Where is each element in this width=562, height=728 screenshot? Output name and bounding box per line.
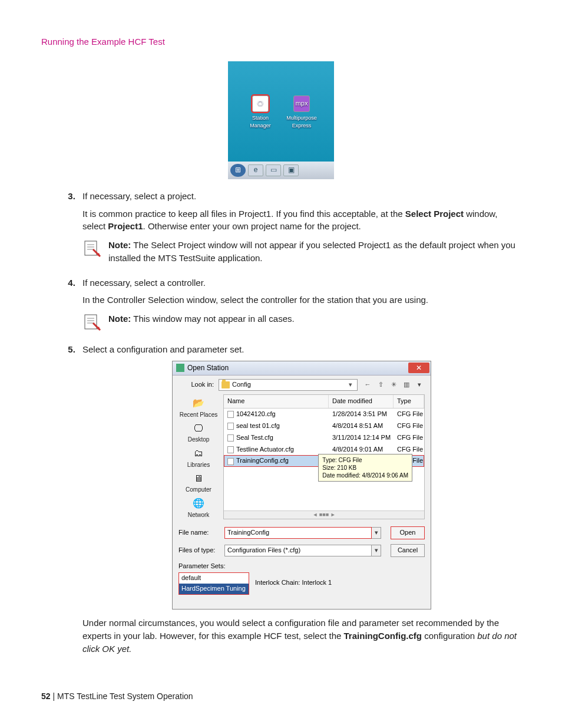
parameter-sets-list[interactable]: default HardSpecimen Tuning (178, 572, 249, 595)
chevron-down-icon[interactable]: ▾ (414, 380, 425, 390)
col-header-type[interactable]: Type (394, 395, 424, 408)
col-header-date[interactable]: Date modified (329, 395, 394, 408)
lookin-label: Look in: (178, 380, 214, 390)
place-desktop[interactable]: 🖵Desktop (188, 421, 210, 444)
lookin-dropdown[interactable]: Config ▾ (219, 379, 358, 391)
step-title: If necessary, select a project. (82, 191, 196, 201)
folder-icon (222, 381, 230, 388)
note-text: Note: This window may not appear in all … (108, 312, 295, 325)
start-button-icon[interactable]: ⊞ (230, 164, 246, 177)
file-icon (227, 411, 234, 418)
page-footer: 52 | MTS TestLine Test System Operation (41, 690, 521, 702)
place-libraries[interactable]: 🗂Libraries (187, 447, 210, 470)
computer-icon: 🖥 (190, 472, 207, 485)
note-icon (82, 239, 101, 258)
file-icon (227, 434, 234, 442)
nav-up-icon[interactable]: ⇧ (375, 380, 386, 390)
note-icon (82, 312, 101, 331)
chevron-down-icon[interactable]: ▾ (372, 527, 381, 539)
open-button[interactable]: Open (391, 526, 425, 539)
chevron-down-icon: ▾ (346, 380, 355, 390)
recent-places-icon: 📂 (190, 397, 207, 410)
place-recent[interactable]: 📂Recent Places (180, 397, 217, 420)
nav-back-icon[interactable]: ← (362, 380, 373, 390)
filename-label: File name: (178, 528, 220, 538)
note-block: Note: The Select Project window will not… (82, 239, 521, 265)
file-tooltip: Type: CFG File Size: 210 KB Date modifie… (318, 454, 412, 482)
horizontal-scrollbar[interactable]: ◄ ■■■ ► (224, 510, 424, 519)
parameter-sets-label: Parameter Sets: (178, 562, 425, 571)
step-title: If necessary, select a controller. (82, 278, 206, 288)
file-icon (227, 423, 234, 430)
taskbar: ⊞ e ▭ ▣ (228, 162, 334, 179)
col-header-name[interactable]: Name (224, 395, 329, 408)
chevron-down-icon[interactable]: ▾ (372, 545, 381, 556)
file-icon (227, 446, 234, 453)
close-icon: ✕ (416, 363, 422, 373)
multipurpose-express-icon: mpx (293, 95, 310, 112)
filetype-dropdown[interactable]: Configuration Files (*.cfg) (224, 545, 372, 556)
dialog-titlebar: Open Station ✕ (173, 361, 431, 375)
section-title: Running the Example HCF Test (41, 35, 521, 48)
step-title: Select a configuration and parameter set… (82, 344, 244, 354)
desktop-icon-multipurpose-express[interactable]: mpx Multipurpose Express (285, 95, 318, 130)
interlock-chain-label: Interlock Chain: Interlock 1 (255, 578, 332, 588)
libraries-icon: 🗂 (190, 447, 207, 460)
place-network[interactable]: 🌐Network (188, 497, 210, 520)
step-paragraph: It is common practice to keep all files … (82, 207, 521, 233)
step-paragraph: In the Controller Selection window, sele… (82, 294, 521, 307)
network-icon: 🌐 (190, 497, 207, 510)
page-number: 52 (41, 691, 51, 701)
close-button[interactable]: ✕ (408, 363, 429, 373)
file-icon (227, 458, 234, 465)
filename-input[interactable]: TrainingConfig (224, 527, 372, 539)
desktop-place-icon: 🖵 (190, 421, 207, 434)
place-computer[interactable]: 🖥Computer (186, 472, 211, 495)
file-row[interactable]: seal test 01.cfg4/8/2014 8:51 AMCFG File (224, 420, 424, 432)
nav-viewmenu-icon[interactable]: ▥ (401, 380, 412, 390)
step-5: Select a configuration and parameter set… (78, 343, 521, 655)
file-list: Name Date modified Type 10424120.cfg1/28… (223, 394, 425, 520)
lookin-value: Config (232, 380, 251, 390)
taskbar-media-icon[interactable]: ▣ (283, 164, 299, 176)
taskbar-ie-icon[interactable]: e (248, 164, 263, 176)
step-3: If necessary, select a project. It is co… (78, 190, 521, 265)
param-option-default[interactable]: default (179, 573, 249, 584)
desktop-icon-label: Station Manager (244, 114, 277, 130)
step-4: If necessary, select a controller. In th… (78, 276, 521, 332)
filetype-label: Files of type: (178, 546, 220, 555)
desktop-icon-station-manager[interactable]: ⎔ Station Manager (244, 95, 277, 130)
param-option-hardspecimen[interactable]: HardSpecimen Tuning (179, 584, 249, 594)
svg-rect-0 (85, 241, 97, 255)
desktop-screenshot: ⎔ Station Manager mpx Multipurpose Expre… (228, 61, 334, 179)
places-bar: 📂Recent Places 🖵Desktop 🗂Libraries 🖥Comp… (178, 394, 219, 520)
step-paragraph: Under normal circumstances, you would se… (82, 617, 521, 655)
svg-rect-5 (85, 315, 97, 329)
file-row[interactable]: Seal Test.cfg3/11/2014 12:14 PMCFG File (224, 432, 424, 444)
station-manager-icon: ⎔ (252, 95, 269, 112)
dialog-app-icon (176, 364, 184, 372)
note-text: Note: The Select Project window will not… (108, 239, 521, 265)
cancel-button[interactable]: Cancel (391, 544, 425, 557)
desktop-icon-label: Multipurpose Express (285, 114, 318, 130)
nav-newfolder-icon[interactable]: ✳ (388, 380, 399, 390)
dialog-title: Open Station (187, 363, 408, 373)
taskbar-explorer-icon[interactable]: ▭ (266, 164, 281, 176)
file-row[interactable]: 10424120.cfg1/28/2014 3:51 PMCFG File (224, 409, 424, 420)
open-station-dialog: Open Station ✕ Look in: Config ▾ ← ⇧ ✳ ▥ (172, 361, 431, 610)
note-block: Note: This window may not appear in all … (82, 312, 521, 331)
book-title: MTS TestLine Test System Operation (57, 691, 193, 701)
